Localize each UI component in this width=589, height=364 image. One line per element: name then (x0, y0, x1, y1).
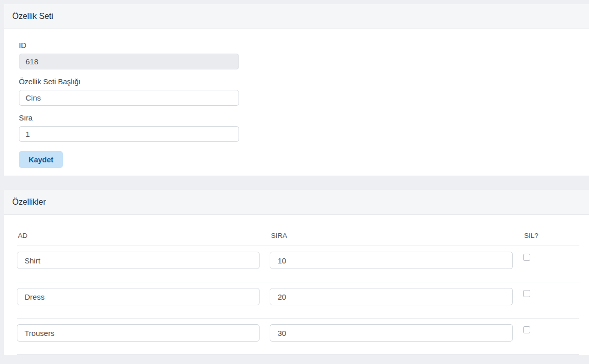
feature-name-input[interactable] (17, 288, 260, 305)
id-label: ID (19, 41, 577, 50)
feature-set-card-title: Özellik Seti (4, 4, 589, 29)
feature-set-title-field[interactable] (19, 90, 239, 106)
delete-checkbox[interactable] (523, 290, 530, 297)
features-table-wrapper: AD SIRA SIL? (4, 215, 589, 355)
column-header-order: SIRA (270, 223, 523, 246)
order-label: Sıra (19, 114, 577, 122)
feature-set-form: ID Özellik Seti Başlığı Sıra Kaydet (4, 29, 589, 176)
features-card-title: Özellikler (4, 190, 589, 215)
column-header-name: AD (17, 223, 270, 246)
features-card: Özellikler AD SIRA SIL? (4, 190, 589, 355)
table-row (17, 319, 579, 355)
feature-name-input[interactable] (17, 324, 260, 342)
feature-name-input[interactable] (17, 252, 260, 269)
save-button[interactable]: Kaydet (19, 151, 63, 168)
table-row (17, 246, 579, 282)
order-field[interactable] (19, 126, 239, 142)
feature-order-input[interactable] (270, 324, 512, 342)
feature-order-input[interactable] (270, 288, 512, 305)
id-field-group: ID (19, 41, 577, 69)
table-row (17, 282, 579, 319)
features-table-header-row: AD SIRA SIL? (17, 223, 579, 246)
order-field-group: Sıra (19, 114, 577, 142)
title-field-group: Özellik Seti Başlığı (19, 78, 577, 106)
page: Özellik Seti ID Özellik Seti Başlığı Sır… (0, 0, 589, 364)
delete-checkbox[interactable] (523, 326, 530, 333)
id-field (19, 54, 239, 69)
column-header-delete: SIL? (523, 223, 579, 246)
delete-checkbox[interactable] (523, 254, 530, 261)
feature-order-input[interactable] (270, 252, 512, 269)
features-table: AD SIRA SIL? (17, 223, 579, 355)
feature-set-card: Özellik Seti ID Özellik Seti Başlığı Sır… (4, 4, 589, 176)
feature-set-title-label: Özellik Seti Başlığı (19, 78, 577, 86)
